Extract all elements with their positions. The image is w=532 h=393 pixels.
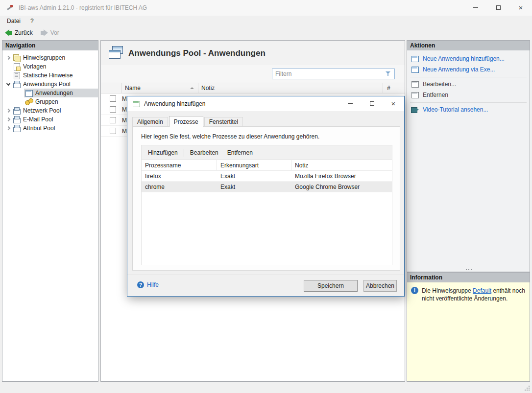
chevron-right-icon[interactable]: [4, 124, 12, 133]
row-checkbox[interactable]: [110, 128, 116, 134]
cancel-button[interactable]: Abbrechen: [363, 280, 397, 292]
window-icon: [25, 89, 33, 97]
information-panel: Information i Die Hinweisgruppe Default …: [407, 272, 530, 382]
add-process-button[interactable]: Hinzufügen: [144, 147, 182, 158]
nav-item-email-pool[interactable]: E-Mail Pool: [2, 115, 98, 124]
navigation-toolbar: Zurück Vor: [0, 26, 532, 39]
nav-item-netzwerk-pool[interactable]: Netzwerk Pool: [2, 106, 98, 115]
tab-allgemein[interactable]: Allgemein: [132, 117, 168, 127]
dialog-close-button[interactable]: ×: [383, 96, 404, 111]
menu-help[interactable]: ?: [25, 16, 39, 26]
new-application-exe-icon: [411, 66, 419, 73]
back-arrow-icon: [5, 29, 12, 36]
help-link[interactable]: ? Hilfe: [137, 281, 159, 288]
close-icon: ×: [519, 4, 523, 11]
chevron-down-icon[interactable]: [4, 80, 12, 89]
nav-item-statische-hinweise[interactable]: Statische Hinweise: [2, 71, 98, 80]
video-tutorial-icon: [411, 106, 419, 114]
add-application-dialog: Anwendung hinzufügen × Allgemein Prozess…: [127, 96, 405, 297]
info-text-before: Die Hinweisgruppe: [422, 287, 473, 294]
window-titlebar: IBI-aws Admin 1.21.0 - registriert für I…: [0, 0, 532, 16]
column-label-name: Name: [125, 85, 141, 92]
column-header-prozessname[interactable]: Prozessname: [142, 160, 217, 170]
column-header-notiz[interactable]: Notiz: [291, 160, 392, 170]
close-button[interactable]: ×: [509, 0, 532, 15]
new-application-icon: [411, 55, 419, 63]
dialog-minimize-button[interactable]: [339, 96, 361, 111]
gears-icon: [25, 98, 33, 106]
dialog-icon: [132, 100, 140, 108]
row-checkbox[interactable]: [110, 117, 116, 123]
column-header-name[interactable]: Name: [122, 83, 198, 93]
column-header-checkbox: [101, 83, 122, 93]
edit-process-button[interactable]: Bearbeiten: [186, 147, 223, 158]
nav-item-label: Attribut Pool: [23, 125, 57, 132]
action-edit[interactable]: Bearbeiten...: [411, 79, 528, 90]
column-label-notiz: Notiz: [201, 85, 215, 92]
pool-icon: [13, 80, 21, 88]
action-label: Video-Tutorial ansehen...: [423, 106, 488, 113]
default-group-link[interactable]: Default: [473, 287, 491, 294]
action-label: Neue Anwendung via Exe...: [423, 66, 495, 73]
chevron-right-icon[interactable]: [4, 115, 12, 124]
action-label: Bearbeiten...: [423, 81, 456, 88]
row-checkbox[interactable]: [110, 95, 116, 102]
resize-grip[interactable]: [525, 386, 530, 391]
process-row[interactable]: chrome Exakt Google Chrome Browser: [142, 182, 392, 192]
action-remove[interactable]: Entfernen: [411, 90, 528, 100]
tab-prozesse[interactable]: Prozesse: [169, 116, 203, 127]
remove-process-button[interactable]: Entfernen: [223, 147, 257, 158]
prozesse-tab-page: Hier legen Sie fest, welche Prozesse zu …: [132, 126, 400, 271]
remove-icon: [411, 91, 419, 99]
forward-button[interactable]: Vor: [41, 29, 59, 36]
information-message: Die Hinweisgruppe Default enthält noch n…: [407, 282, 530, 381]
close-icon: ×: [391, 100, 396, 107]
menu-datei[interactable]: Datei: [2, 16, 25, 26]
dialog-maximize-button[interactable]: [361, 96, 383, 111]
action-label: Neue Anwendung hinzufügen...: [423, 55, 505, 62]
information-panel-header: Information: [407, 273, 530, 282]
back-button[interactable]: Zurück: [5, 29, 33, 36]
back-label: Zurück: [15, 29, 33, 36]
navigation-panel: Navigation Hinweisgruppen Vorlagen Stati…: [2, 40, 98, 382]
action-video-tutorial[interactable]: Video-Tutorial ansehen...: [411, 104, 528, 115]
nav-item-anwendungen[interactable]: Anwendungen: [2, 89, 98, 97]
column-header-erkennungsart[interactable]: Erkennungsart: [217, 160, 291, 170]
static-notes-icon: [13, 71, 21, 79]
process-row[interactable]: firefox Exakt Mozilla Firefox Browser: [142, 171, 392, 182]
maximize-button[interactable]: [487, 0, 509, 15]
nav-item-attribut-pool[interactable]: Attribut Pool: [2, 124, 98, 133]
filter-input[interactable]: [272, 70, 385, 77]
action-new-application-via-exe[interactable]: Neue Anwendung via Exe...: [411, 64, 528, 75]
dialog-title: Anwendung hinzufügen: [144, 100, 205, 107]
row-name: M: [122, 95, 127, 102]
action-new-application[interactable]: Neue Anwendung hinzufügen...: [411, 53, 528, 64]
window-title: IBI-aws Admin 1.21.0 - registriert für I…: [19, 4, 147, 11]
nav-item-hinweisgruppen[interactable]: Hinweisgruppen: [2, 53, 98, 62]
template-icon: [13, 63, 21, 70]
row-checkbox[interactable]: [110, 106, 116, 113]
forward-label: Vor: [50, 29, 59, 36]
tab-fenstertitel[interactable]: Fenstertitel: [204, 117, 243, 127]
column-header-notiz[interactable]: Notiz: [198, 83, 383, 93]
menu-bar: Datei ?: [0, 16, 532, 26]
edit-icon: [411, 80, 419, 88]
minimize-button[interactable]: [464, 0, 487, 15]
nav-item-vorlagen[interactable]: Vorlagen: [2, 62, 98, 71]
column-header-count[interactable]: #: [383, 83, 405, 93]
nav-item-anwendungs-pool[interactable]: Anwendungs Pool: [2, 80, 98, 89]
actions-panel: Aktionen Neue Anwendung hinzufügen... Ne…: [407, 40, 530, 272]
help-label: Hilfe: [147, 281, 159, 288]
actions-panel-header: Aktionen: [407, 41, 530, 50]
list-header: Name Notiz #: [101, 83, 405, 93]
filter-band: [101, 65, 405, 83]
panel-splitter[interactable]: [468, 269, 469, 270]
chevron-right-icon[interactable]: [4, 106, 12, 115]
chevron-right-icon[interactable]: [4, 53, 12, 62]
process-note: Mozilla Firefox Browser: [291, 171, 392, 181]
dialog-titlebar: Anwendung hinzufügen ×: [127, 96, 404, 111]
nav-item-gruppen[interactable]: Gruppen: [2, 97, 98, 106]
filter-funnel-icon[interactable]: [385, 71, 392, 77]
save-button[interactable]: Speichern: [304, 280, 358, 292]
applications-icon: [109, 46, 125, 60]
